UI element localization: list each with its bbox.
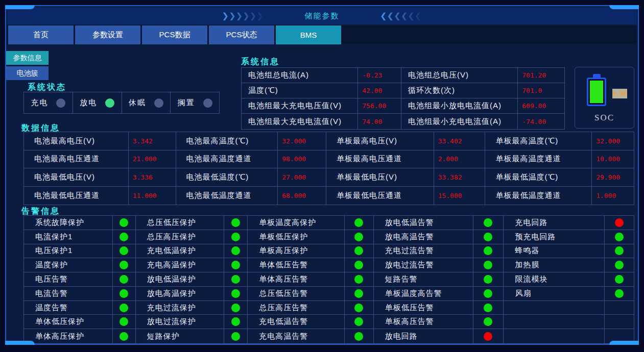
alarm-label-cell: 电压保护1 bbox=[24, 244, 113, 259]
label-cell: 电池最低电压通道 bbox=[24, 187, 129, 205]
value-cell: 756.00 bbox=[358, 98, 401, 114]
alarm-indicator-icon bbox=[615, 218, 624, 227]
title-bar: ❯❯❯❯❯❯ 储能参数 ❮❮❮❮❮❮ bbox=[7, 7, 637, 24]
alarm-dot-cell bbox=[113, 287, 136, 301]
side-button-2[interactable]: 电池簇 bbox=[6, 66, 49, 80]
tab-2[interactable]: 参数设置 bbox=[75, 26, 140, 44]
alarm-dot-cell bbox=[605, 301, 634, 315]
battery-fill bbox=[590, 81, 603, 103]
alarm-indicator-icon bbox=[354, 261, 363, 269]
label-cell: 电池最低温度(℃) bbox=[176, 168, 278, 187]
alarm-indicator-icon bbox=[484, 246, 492, 255]
alarm-indicator-icon bbox=[120, 233, 128, 241]
alarm-dot-cell bbox=[224, 315, 248, 329]
alarm-dot-cell bbox=[224, 301, 248, 315]
alarm-indicator-icon bbox=[354, 246, 363, 255]
corner-accent-top-left bbox=[5, 5, 35, 9]
side-button-1[interactable]: 参数信息 bbox=[6, 51, 49, 65]
alarm-label-cell: 单板高压告警 bbox=[374, 315, 473, 329]
value-cell: 33.382 bbox=[434, 168, 486, 187]
alarm-indicator-icon bbox=[615, 261, 624, 269]
alarm-label-cell: 限流模块 bbox=[504, 272, 605, 287]
soc-panel: 0.90 SOC bbox=[575, 67, 634, 129]
alarm-indicator-icon bbox=[615, 233, 624, 241]
alarm-label-cell: 风扇 bbox=[504, 287, 605, 301]
label-cell: 单板最低温度通道 bbox=[485, 187, 592, 205]
alarm-label-cell: 电流告警 bbox=[24, 287, 113, 301]
alarm-dot-cell bbox=[113, 216, 136, 230]
chevrons-right-icon: ❯❯❯❯❯❯ bbox=[222, 11, 264, 20]
status-cell-4: 搁置 bbox=[171, 92, 219, 113]
alarm-label-cell: 单体高压保护 bbox=[24, 329, 113, 343]
label-cell: 电池组最大充电电压值(V) bbox=[242, 98, 358, 114]
tab-3[interactable]: PCS数据 bbox=[142, 26, 207, 44]
alarm-indicator-icon bbox=[231, 261, 240, 269]
alarm-indicator-icon bbox=[354, 317, 363, 326]
alarm-label-cell: 预充电回路 bbox=[504, 230, 605, 244]
alarm-label-cell bbox=[504, 329, 605, 343]
alarm-indicator-icon bbox=[615, 275, 624, 284]
label-cell: 电池组最小放电电流值(A) bbox=[401, 98, 518, 114]
alarm-indicator-icon bbox=[615, 246, 624, 255]
alarm-indicator-icon bbox=[484, 289, 492, 298]
alarm-label-cell: 总压低压保护 bbox=[136, 216, 225, 230]
tab-bar: 首页参数设置PCS数据PCS状态BMS bbox=[7, 26, 637, 44]
corner-accent-bottom-right bbox=[609, 341, 639, 345]
status-indicator-icon bbox=[154, 98, 163, 108]
status-indicator-icon bbox=[203, 98, 212, 108]
soc-label: SOC bbox=[575, 113, 634, 123]
value-cell: 15.000 bbox=[434, 187, 486, 205]
value-cell: 3.336 bbox=[129, 168, 176, 187]
alarm-dot-cell bbox=[224, 258, 248, 272]
alarm-dot-cell bbox=[224, 272, 248, 287]
alarm-label-cell: 总压高压告警 bbox=[248, 301, 345, 315]
status-indicator-icon bbox=[56, 98, 65, 108]
alarm-indicator-icon bbox=[231, 317, 240, 326]
battery-icon bbox=[587, 78, 606, 106]
value-cell: 32.000 bbox=[278, 132, 326, 150]
alarm-label-cell: 放电低温告警 bbox=[374, 216, 473, 230]
value-cell: 1.000 bbox=[592, 187, 634, 205]
label-cell: 单板最低电压(V) bbox=[326, 168, 434, 187]
tab-1[interactable]: 首页 bbox=[8, 26, 74, 44]
value-cell: 701.20 bbox=[518, 68, 564, 83]
alarm-indicator-icon bbox=[231, 304, 240, 312]
status-cell-1: 充电 bbox=[24, 92, 73, 113]
tab-5[interactable]: BMS bbox=[276, 26, 341, 44]
alarm-dot-cell bbox=[113, 301, 136, 315]
label-cell: 单板最低电压通道 bbox=[326, 187, 434, 205]
alarm-indicator-icon bbox=[231, 218, 240, 227]
label-cell: 单板最低温度(℃) bbox=[485, 168, 592, 187]
alarm-indicator-icon bbox=[354, 304, 363, 312]
alarm-label-cell: 单板高压保护 bbox=[248, 244, 345, 259]
alarm-indicator-icon bbox=[120, 246, 128, 255]
alarm-indicator-icon bbox=[615, 289, 624, 298]
label-cell: 单板最高温度通道 bbox=[485, 150, 592, 169]
alarm-indicator-icon bbox=[354, 332, 363, 341]
alarm-label-cell: 单板温度高保护 bbox=[248, 216, 345, 230]
alarm-dot-cell bbox=[605, 315, 634, 329]
alarm-label-cell: 短路告警 bbox=[374, 272, 473, 287]
value-cell: -0.23 bbox=[358, 68, 401, 83]
alarm-indicator-icon bbox=[354, 275, 363, 284]
status-label: 放电 bbox=[80, 98, 97, 108]
status-label: 搁置 bbox=[178, 98, 195, 108]
alarm-dot-cell bbox=[224, 216, 248, 230]
alarm-label-cell: 总压高压保护 bbox=[136, 230, 225, 244]
label-cell: 单板最高电压通道 bbox=[326, 150, 434, 169]
alarm-indicator-icon bbox=[231, 289, 240, 298]
alarm-dot-cell bbox=[473, 329, 504, 343]
label-cell: 电池最高电压通道 bbox=[24, 150, 129, 169]
alarm-dot-cell bbox=[473, 272, 504, 287]
value-cell: 42.00 bbox=[358, 83, 401, 98]
alarm-label-cell: 放电高温保护 bbox=[136, 287, 225, 301]
alarm-dot-cell bbox=[345, 258, 374, 272]
status-label: 充电 bbox=[31, 98, 48, 108]
tab-4[interactable]: PCS状态 bbox=[209, 26, 274, 44]
alarm-indicator-icon bbox=[120, 304, 128, 312]
alarm-dot-cell bbox=[113, 329, 136, 343]
value-cell: 2.000 bbox=[434, 150, 486, 169]
label-cell: 电池组总电压(V) bbox=[401, 68, 518, 83]
value-cell: 609.00 bbox=[518, 98, 564, 114]
alarm-dot-cell bbox=[224, 287, 248, 301]
